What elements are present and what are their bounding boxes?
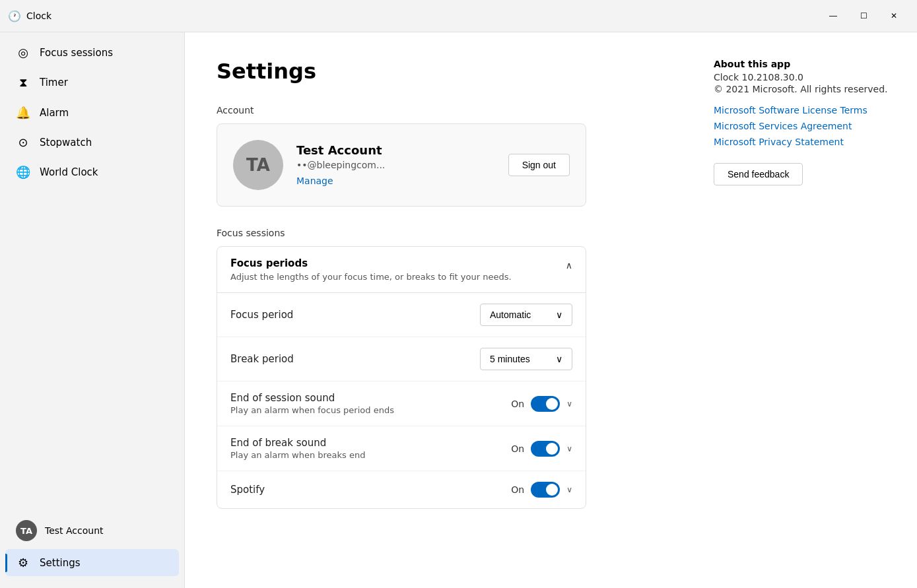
end-session-sound-toggle-label: On: [511, 399, 524, 409]
focus-sessions-card: Focus periods Adjust the lengths of your…: [217, 246, 586, 509]
sidebar-item-settings[interactable]: ⚙ Settings: [5, 549, 179, 576]
focus-periods-subtitle: Adjust the lengths of your focus time, o…: [230, 272, 512, 282]
settings-item-wrapper: ⚙ Settings: [0, 549, 184, 576]
end-session-sound-text: End of session sound Play an alarm when …: [230, 392, 394, 415]
settings-icon: ⚙: [16, 556, 30, 570]
page-title: Settings: [217, 59, 661, 84]
end-session-sound-controls: On ∨: [511, 396, 572, 412]
manage-link[interactable]: Manage: [296, 176, 333, 186]
account-name: Test Account: [296, 143, 495, 157]
focus-sessions-section-label: Focus sessions: [217, 228, 661, 238]
sidebar-label-timer: Timer: [40, 77, 68, 88]
break-period-chevron: ∨: [556, 354, 562, 364]
privacy-link[interactable]: Microsoft Privacy Statement: [714, 137, 896, 147]
sidebar-item-alarm[interactable]: 🔔 Alarm: [5, 99, 179, 126]
focus-sessions-icon: ◎: [16, 46, 30, 59]
spotify-controls: On ∨: [511, 482, 572, 498]
world-clock-icon: 🌐: [16, 165, 30, 179]
main-content: Settings Account TA Test Account ••@blee…: [185, 32, 693, 588]
account-info: Test Account ••@bleepingcom... Manage: [296, 143, 495, 187]
end-session-sound-label: End of session sound: [230, 392, 394, 404]
title-bar-left: 🕐 Clock: [8, 10, 51, 22]
end-break-sound-chevron[interactable]: ∨: [566, 444, 572, 453]
end-session-sound-row: End of session sound Play an alarm when …: [217, 381, 586, 426]
sidebar-item-world-clock[interactable]: 🌐 World Clock: [5, 158, 179, 185]
end-break-sound-text: End of break sound Play an alarm when br…: [230, 437, 365, 460]
sidebar-bottom: TA Test Account ⚙ Settings: [0, 512, 184, 583]
focus-period-value: Automatic: [490, 310, 531, 320]
focus-period-label: Focus period: [230, 309, 293, 321]
sidebar-label-focus-sessions: Focus sessions: [40, 47, 113, 59]
end-break-sound-row: End of break sound Play an alarm when br…: [217, 426, 586, 471]
sign-out-button[interactable]: Sign out: [508, 154, 570, 176]
title-bar: 🕐 Clock — ☐ ✕: [0, 0, 917, 32]
about-title: About this app: [714, 59, 896, 69]
end-session-sound-sublabel: Play an alarm when focus period ends: [230, 405, 394, 415]
end-break-sound-toggle[interactable]: [531, 441, 560, 457]
break-period-value: 5 minutes: [490, 354, 530, 364]
alarm-icon: 🔔: [16, 106, 30, 119]
sidebar: ◎ Focus sessions ⧗ Timer 🔔 Alarm ⊙ Stopw…: [0, 32, 185, 588]
spotify-label: Spotify: [230, 484, 265, 496]
account-card: TA Test Account ••@bleepingcom... Manage…: [217, 123, 586, 207]
focus-period-chevron: ∨: [556, 310, 562, 320]
end-break-sound-toggle-label: On: [511, 443, 524, 454]
active-indicator: [5, 554, 7, 572]
avatar-small: TA: [16, 520, 37, 541]
focus-periods-header[interactable]: Focus periods Adjust the lengths of your…: [217, 247, 586, 293]
chevron-up-icon: ∧: [566, 260, 572, 271]
services-link[interactable]: Microsoft Services Agreement: [714, 121, 896, 131]
sidebar-user-name: Test Account: [45, 525, 104, 536]
end-break-sound-controls: On ∨: [511, 441, 572, 457]
license-link[interactable]: Microsoft Software License Terms: [714, 105, 896, 115]
send-feedback-button[interactable]: Send feedback: [714, 163, 803, 185]
right-panel: About this app Clock 10.2108.30.0 © 2021…: [693, 32, 917, 588]
end-session-sound-toggle[interactable]: [531, 396, 560, 412]
sidebar-item-focus-sessions[interactable]: ◎ Focus sessions: [5, 39, 179, 66]
focus-period-dropdown[interactable]: Automatic ∨: [480, 304, 572, 326]
maximize-button[interactable]: ☐: [848, 5, 879, 26]
end-session-sound-chevron[interactable]: ∨: [566, 399, 572, 408]
account-section-label: Account: [217, 105, 661, 115]
break-period-dropdown[interactable]: 5 minutes ∨: [480, 348, 572, 370]
end-break-sound-label: End of break sound: [230, 437, 365, 449]
clock-icon: 🕐: [8, 10, 21, 22]
sidebar-label-stopwatch: Stopwatch: [40, 137, 92, 148]
title-bar-controls: — ☐ ✕: [818, 5, 909, 26]
sidebar-label-world-clock: World Clock: [40, 166, 98, 178]
spotify-chevron[interactable]: ∨: [566, 485, 572, 494]
sidebar-item-stopwatch[interactable]: ⊙ Stopwatch: [5, 129, 179, 156]
account-avatar: TA: [233, 140, 283, 190]
spotify-toggle[interactable]: [531, 482, 560, 498]
account-email: ••@bleepingcom...: [296, 160, 495, 170]
focus-periods-title: Focus periods: [230, 257, 512, 269]
spotify-row: Spotify On ∨: [217, 471, 586, 508]
spotify-text: Spotify: [230, 484, 265, 496]
sidebar-user-item[interactable]: TA Test Account: [5, 513, 179, 548]
close-button[interactable]: ✕: [879, 5, 909, 26]
sidebar-label-settings: Settings: [40, 557, 81, 569]
stopwatch-icon: ⊙: [16, 135, 30, 149]
app-container: ◎ Focus sessions ⧗ Timer 🔔 Alarm ⊙ Stopw…: [0, 32, 917, 588]
break-period-row: Break period 5 minutes ∨: [217, 337, 586, 381]
about-version: Clock 10.2108.30.0: [714, 72, 896, 82]
sidebar-item-timer[interactable]: ⧗ Timer: [5, 69, 179, 96]
about-copyright: © 2021 Microsoft. All rights reserved.: [714, 84, 896, 94]
focus-periods-header-text: Focus periods Adjust the lengths of your…: [230, 257, 512, 282]
break-period-label: Break period: [230, 353, 294, 365]
minimize-button[interactable]: —: [818, 5, 848, 26]
focus-period-row: Focus period Automatic ∨: [217, 293, 586, 337]
sidebar-label-alarm: Alarm: [40, 107, 69, 119]
title-bar-title: Clock: [26, 11, 51, 21]
timer-icon: ⧗: [16, 75, 30, 90]
end-break-sound-sublabel: Play an alarm when breaks end: [230, 450, 365, 460]
spotify-toggle-label: On: [511, 484, 524, 495]
